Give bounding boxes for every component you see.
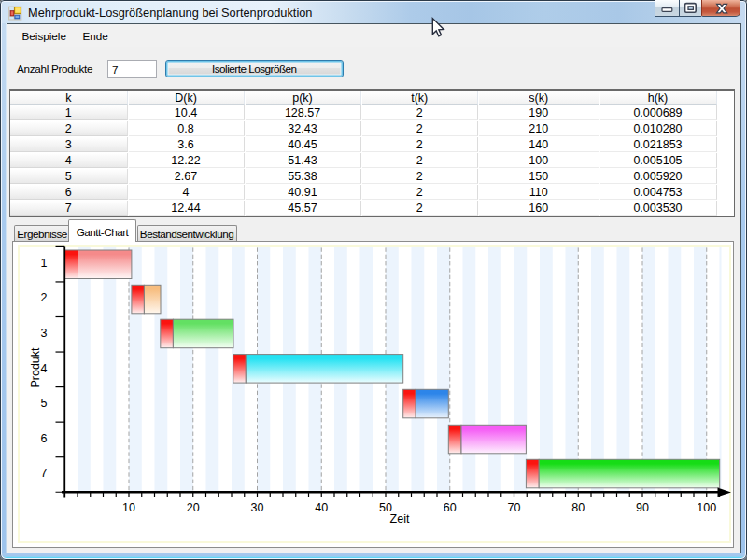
svg-text:40: 40 xyxy=(315,501,328,514)
svg-text:100: 100 xyxy=(697,501,716,514)
svg-text:2: 2 xyxy=(41,291,48,304)
svg-text:7: 7 xyxy=(41,467,48,480)
svg-text:5: 5 xyxy=(41,397,48,410)
svg-text:80: 80 xyxy=(571,501,585,514)
svg-text:6: 6 xyxy=(41,432,48,445)
svg-text:90: 90 xyxy=(636,501,649,514)
svg-text:3: 3 xyxy=(41,327,48,340)
svg-text:1: 1 xyxy=(41,257,48,270)
svg-text:4: 4 xyxy=(41,362,48,375)
svg-text:60: 60 xyxy=(444,501,457,514)
svg-text:30: 30 xyxy=(251,501,264,514)
svg-text:Produkt: Produkt xyxy=(29,347,42,388)
svg-text:70: 70 xyxy=(508,501,521,514)
svg-text:10: 10 xyxy=(122,501,135,514)
svg-text:Zeit: Zeit xyxy=(390,512,410,525)
svg-text:20: 20 xyxy=(187,501,200,514)
